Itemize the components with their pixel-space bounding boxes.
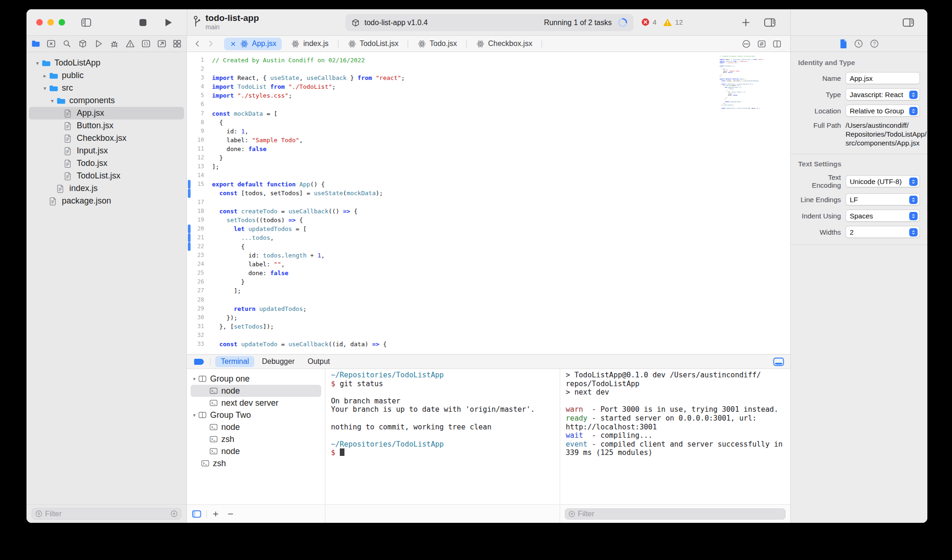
add-editor-icon[interactable] (740, 17, 751, 28)
run-navigator-icon[interactable] (93, 39, 104, 49)
navigator-filter-input[interactable] (45, 510, 168, 518)
bug-icon[interactable] (109, 39, 119, 49)
symbols-icon[interactable]: {} (140, 39, 151, 49)
line-number: 23 (187, 251, 208, 260)
toggle-session-list-icon[interactable] (192, 510, 202, 518)
more-options-icon[interactable] (741, 39, 751, 49)
close-window-button[interactable] (36, 19, 43, 26)
terminal-session-next-dev-server[interactable]: next dev server (191, 397, 321, 409)
package-navigator-icon[interactable] (78, 39, 88, 49)
remove-terminal-icon[interactable] (226, 510, 235, 518)
file-tree-item[interactable]: package.json (29, 195, 184, 207)
file-tree-item[interactable]: TodoList.jsx (29, 170, 184, 182)
file-icon (64, 171, 76, 181)
name-field[interactable]: App.jsx (846, 72, 920, 84)
warning-count: 12 (675, 18, 683, 26)
token: ; (763, 59, 764, 60)
token: ; (288, 92, 292, 99)
code-editor[interactable]: 1// Created by Austin Condiff on 02/16/2… (187, 52, 790, 354)
encoding-dropdown[interactable]: Unicode (UTF-8) (846, 175, 920, 187)
utility-tab-debugger[interactable]: Debugger (256, 356, 300, 367)
terminal-session-node[interactable]: node (191, 385, 321, 397)
utility-tab-output[interactable]: Output (302, 356, 336, 367)
add-terminal-icon[interactable] (212, 510, 220, 518)
terminal-group-group-one[interactable]: ▾Group one (191, 373, 321, 385)
extensions-grid-icon[interactable] (172, 39, 183, 49)
file-tree-item[interactable]: Button.jsx (29, 119, 184, 132)
tab-todolist.jsx[interactable]: TodoList.jsx (340, 38, 406, 50)
terminal-session-zsh[interactable]: zsh (191, 457, 321, 469)
toggle-sidebar-icon[interactable] (80, 18, 92, 27)
issues-icon[interactable] (125, 39, 135, 49)
split-editor-icon[interactable] (772, 39, 782, 49)
terminal-group-group-two[interactable]: ▾Group Two (191, 409, 321, 421)
close-tab-icon[interactable] (230, 40, 237, 47)
chevron-down-icon[interactable]: ▾ (48, 98, 56, 104)
tab-index.js[interactable]: index.js (284, 38, 336, 50)
swap-editor-icon[interactable] (757, 39, 767, 49)
issue-badges[interactable]: 4 12 (641, 18, 687, 26)
tab-checkbox.jsx[interactable]: Checkbox.jsx (469, 38, 540, 50)
zoom-window-button[interactable] (59, 19, 65, 26)
utility-tab-terminal[interactable]: Terminal (215, 356, 254, 367)
chevron-down-icon[interactable]: ▾ (33, 60, 41, 66)
chevron-down-icon[interactable]: ▾ (191, 412, 198, 418)
terminal-pane-right[interactable]: > TodoListApp@0.1.0 dev /Users/austincon… (560, 369, 790, 523)
toggle-inspector-icon[interactable] (902, 18, 914, 27)
project-header[interactable]: todo-list-app main (192, 13, 259, 31)
folder-icon (49, 84, 61, 93)
line-endings-dropdown[interactable]: LF (846, 193, 920, 205)
minimap[interactable]: // Created by Austin Condiff on 02/16/20… (720, 56, 766, 110)
terminal-session-node[interactable]: node (191, 421, 321, 433)
chevron-right-icon[interactable]: ▸ (41, 72, 49, 79)
widths-stepper[interactable]: 2 (846, 226, 920, 238)
maximize-panel-icon[interactable] (773, 357, 785, 367)
file-tree-item[interactable]: Todo.jsx (29, 157, 184, 170)
file-tree-item[interactable]: App.jsx (29, 107, 184, 119)
navigator-filter-field[interactable] (32, 508, 181, 520)
type-dropdown[interactable]: Javascript: React (846, 88, 920, 100)
file-tree-item[interactable]: ▾TodoListApp (29, 57, 184, 69)
tab-todo.jsx[interactable]: Todo.jsx (410, 38, 464, 50)
navigate-back-icon[interactable] (193, 40, 202, 48)
file-tree-item[interactable]: Input.jsx (29, 145, 184, 157)
navigate-forward-icon[interactable] (206, 40, 215, 48)
terminal-session-zsh[interactable]: zsh (191, 433, 321, 445)
file-tree-item[interactable]: ▸public (29, 69, 184, 82)
terminal-session-node[interactable]: node (191, 445, 321, 457)
terminal-filter-input[interactable] (578, 510, 782, 518)
location-dropdown[interactable]: Relative to Group (846, 105, 920, 117)
drawer-tag-icon[interactable] (192, 357, 205, 366)
source-control-icon[interactable] (46, 39, 57, 49)
terminal-pane-left[interactable]: ~/Repositories/TodoListApp$ git statusOn… (325, 369, 560, 523)
terminal-filter-field[interactable] (565, 508, 786, 520)
toggle-right-panel-icon[interactable] (764, 18, 776, 27)
file-tree-item[interactable]: index.js (29, 182, 184, 195)
history-inspector-icon[interactable] (853, 39, 864, 49)
token: function (266, 181, 296, 188)
run-button[interactable] (164, 18, 173, 27)
code-line: 27 ]; (187, 286, 790, 295)
status-bar[interactable]: todo-list-app v1.0.4 Running 1 of 2 task… (345, 14, 634, 31)
search-icon[interactable] (62, 39, 73, 49)
project-navigator-icon[interactable] (30, 39, 41, 49)
file-tree-item[interactable]: ▾components (29, 94, 184, 107)
minimize-window-button[interactable] (47, 19, 54, 26)
indent-using-dropdown[interactable]: Spaces (846, 210, 920, 222)
file-inspector-icon[interactable] (839, 39, 848, 49)
token: updatedTodos (248, 225, 292, 232)
token (234, 83, 238, 90)
reports-icon[interactable] (156, 39, 167, 49)
code-line: 15export default function App() { (187, 180, 790, 189)
help-inspector-icon[interactable]: ? (869, 39, 879, 49)
file-tree-item[interactable]: ▾src (29, 82, 184, 94)
chevron-down-icon[interactable]: ▾ (41, 85, 49, 92)
code-line: 18 const createTodo = useCallback(() => … (187, 207, 790, 216)
chevron-down-icon[interactable]: ▾ (191, 376, 198, 382)
stop-button[interactable] (139, 19, 147, 26)
file-tree-item[interactable]: Checkbox.jsx (29, 132, 184, 145)
code-line: 8 { (187, 118, 790, 127)
add-filter-icon[interactable] (170, 510, 178, 518)
tab-app.jsx[interactable]: App.jsx (224, 38, 282, 50)
code-text: done: false (208, 145, 266, 153)
